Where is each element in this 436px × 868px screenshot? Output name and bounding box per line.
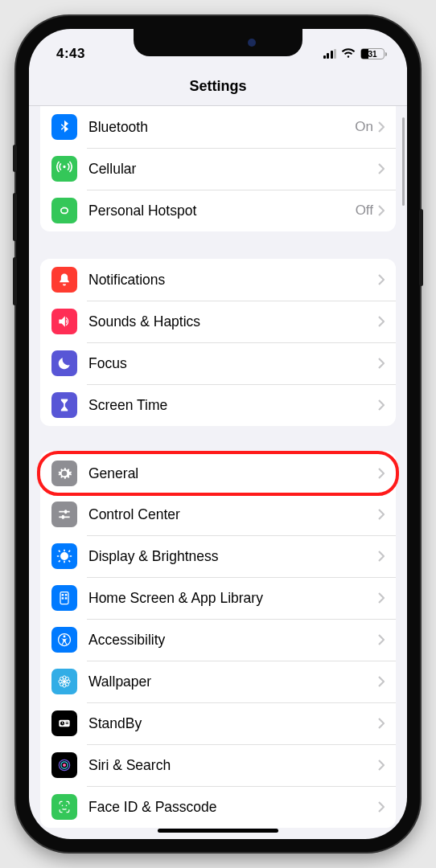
row-label: Sounds & Haptics xyxy=(88,313,378,330)
svg-point-6 xyxy=(64,635,66,637)
battery-percent: 31 xyxy=(361,50,384,59)
row-label: Focus xyxy=(88,355,378,372)
chevron-right-icon xyxy=(378,760,385,771)
chevron-right-icon xyxy=(378,358,385,369)
chevron-right-icon xyxy=(378,509,385,520)
svg-point-24 xyxy=(66,805,68,807)
wifi-icon xyxy=(341,48,356,59)
siri-icon xyxy=(51,752,77,778)
chevron-right-icon xyxy=(378,316,385,327)
svg-rect-2 xyxy=(65,594,68,596)
bell-icon xyxy=(51,267,77,293)
flower-icon xyxy=(51,669,77,694)
chevron-right-icon xyxy=(378,274,385,285)
volume-down-button xyxy=(13,257,17,305)
row-label: Home Screen & App Library xyxy=(88,590,378,607)
row-screentime[interactable]: Screen Time xyxy=(40,384,396,426)
notch xyxy=(134,29,302,56)
clock-icon xyxy=(51,710,77,736)
svg-rect-3 xyxy=(62,597,64,600)
chevron-right-icon xyxy=(378,718,385,729)
row-sounds[interactable]: Sounds & Haptics xyxy=(40,301,396,342)
chevron-right-icon xyxy=(378,121,385,133)
chevron-right-icon xyxy=(378,592,385,604)
home-indicator[interactable] xyxy=(158,829,278,833)
svg-point-23 xyxy=(62,805,64,807)
row-bluetooth[interactable]: Bluetooth On xyxy=(40,106,396,148)
row-label: Display & Brightness xyxy=(88,548,378,565)
svg-rect-1 xyxy=(62,594,64,596)
chevron-right-icon xyxy=(378,468,385,479)
speaker-icon xyxy=(51,309,77,334)
svg-point-22 xyxy=(63,764,66,767)
sliders-icon xyxy=(51,502,77,527)
svg-point-7 xyxy=(63,680,66,683)
svg-rect-18 xyxy=(66,722,68,723)
chevron-right-icon xyxy=(378,163,385,174)
row-label: Control Center xyxy=(88,506,378,523)
row-homescreen[interactable]: Home Screen & App Library xyxy=(40,577,396,619)
chevron-right-icon xyxy=(378,676,385,687)
face-icon xyxy=(51,794,77,820)
row-label: Cellular xyxy=(88,161,378,178)
volume-up-button xyxy=(13,193,17,241)
settings-list[interactable]: Bluetooth On Cellular Personal Hotspot xyxy=(29,106,407,839)
settings-group-alerts: Notifications Sounds & Haptics Focus xyxy=(40,259,396,426)
row-accessibility[interactable]: Accessibility xyxy=(40,619,396,661)
bluetooth-icon xyxy=(51,114,77,140)
status-time: 4:43 xyxy=(56,46,85,62)
chevron-right-icon xyxy=(378,634,385,645)
row-controlcenter[interactable]: Control Center xyxy=(40,493,396,535)
antenna-icon xyxy=(51,156,77,182)
row-label: StandBy xyxy=(88,715,378,732)
svg-rect-19 xyxy=(66,723,68,724)
phone-frame: 4:43 31 Settings xyxy=(16,16,420,852)
row-label: Screen Time xyxy=(88,397,378,414)
scroll-indicator[interactable] xyxy=(402,117,405,206)
row-faceid[interactable]: Face ID & Passcode xyxy=(40,786,396,828)
row-notifications[interactable]: Notifications xyxy=(40,259,396,301)
svg-rect-0 xyxy=(60,592,68,604)
row-siri[interactable]: Siri & Search xyxy=(40,744,396,786)
page-title: Settings xyxy=(189,78,246,95)
nav-header: Settings xyxy=(29,68,407,106)
cellular-signal-icon xyxy=(323,49,337,59)
settings-group-system: General Control Center Display & Brightn… xyxy=(40,451,396,828)
row-label: Siri & Search xyxy=(88,757,378,774)
moon-icon xyxy=(51,350,77,376)
settings-group-connectivity: Bluetooth On Cellular Personal Hotspot xyxy=(40,106,396,231)
row-wallpaper[interactable]: Wallpaper xyxy=(40,661,396,702)
grid-icon xyxy=(51,585,77,611)
row-general[interactable]: General xyxy=(37,451,399,496)
svg-rect-4 xyxy=(65,597,68,600)
mute-switch xyxy=(13,145,17,172)
power-button xyxy=(419,209,423,286)
row-label: Face ID & Passcode xyxy=(88,799,378,816)
row-hotspot[interactable]: Personal Hotspot Off xyxy=(40,190,396,231)
row-value: On xyxy=(355,119,373,135)
row-cellular[interactable]: Cellular xyxy=(40,148,396,190)
chevron-right-icon xyxy=(378,205,385,216)
accessibility-icon xyxy=(51,627,77,653)
row-label: Personal Hotspot xyxy=(88,203,356,219)
row-label: Notifications xyxy=(88,272,378,289)
gear-icon xyxy=(51,461,77,486)
row-value: Off xyxy=(356,203,373,219)
chevron-right-icon xyxy=(378,399,385,411)
battery-icon: 31 xyxy=(360,48,385,59)
sun-icon xyxy=(51,543,77,569)
row-label: General xyxy=(88,465,378,482)
row-label: Accessibility xyxy=(88,632,378,649)
screen: 4:43 31 Settings xyxy=(29,29,407,839)
row-standby[interactable]: StandBy xyxy=(40,702,396,744)
link-icon xyxy=(51,198,77,223)
row-label: Wallpaper xyxy=(88,674,378,690)
status-indicators: 31 xyxy=(323,48,385,59)
row-focus[interactable]: Focus xyxy=(40,342,396,384)
hourglass-icon xyxy=(51,392,77,418)
row-label: Bluetooth xyxy=(88,119,355,136)
chevron-right-icon xyxy=(378,551,385,562)
row-display[interactable]: Display & Brightness xyxy=(40,535,396,577)
chevron-right-icon xyxy=(378,801,385,813)
